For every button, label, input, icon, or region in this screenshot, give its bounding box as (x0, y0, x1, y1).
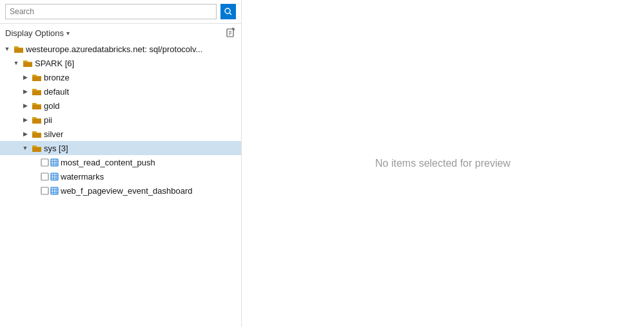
bronze-label: bronze (44, 73, 70, 82)
display-options-bar: Display Options ▾ (0, 24, 241, 41)
default-label: default (44, 87, 69, 97)
svg-point-0 (225, 8, 230, 14)
folder-icon (32, 86, 42, 97)
folder-icon (23, 58, 33, 68)
folder-icon (32, 129, 42, 139)
toggle-icon: ▼ (12, 59, 21, 68)
tree-item-sys[interactable]: ▼ sys [3] (0, 141, 241, 155)
tree-item-gold[interactable]: ▶ gold (0, 98, 241, 113)
tree: ▼ westeurope.azuredatabricks.net: sql/pr… (0, 41, 241, 327)
preview-empty-message: No items selected for preview (375, 158, 511, 169)
folder-icon (32, 100, 42, 111)
svg-rect-8 (51, 159, 58, 166)
tree-item-most-read[interactable]: most_read_content_push (0, 155, 241, 169)
search-bar (0, 0, 241, 24)
search-button[interactable] (220, 4, 236, 19)
spark-label: SPARK [6] (35, 59, 74, 68)
toggle-icon: ▼ (3, 44, 12, 53)
preview-panel: No items selected for preview (242, 0, 644, 327)
svg-rect-19 (41, 187, 48, 194)
pii-label: pii (44, 115, 52, 125)
toggle-spacer (30, 158, 39, 167)
refresh-icon (226, 28, 236, 38)
tree-item-bronze[interactable]: ▶ bronze (0, 70, 241, 84)
chevron-down-icon: ▾ (66, 30, 70, 37)
folder-icon (32, 143, 42, 153)
left-panel: Display Options ▾ ▼ weste (0, 0, 242, 327)
tree-item-pii[interactable]: ▶ pii (0, 113, 241, 127)
toggle-icon: ▶ (21, 101, 30, 110)
root-label: westeurope.azuredatabricks.net: sql/prot… (26, 44, 202, 54)
search-input[interactable] (5, 4, 217, 19)
tree-item-watermarks[interactable]: watermarks (0, 169, 241, 183)
display-options-label: Display Options (5, 28, 64, 38)
folder-icon (14, 44, 24, 54)
tree-item-root[interactable]: ▼ westeurope.azuredatabricks.net: sql/pr… (0, 42, 241, 56)
svg-rect-20 (51, 187, 58, 194)
checkbox-icon (41, 173, 49, 181)
toggle-icon: ▶ (21, 115, 30, 124)
search-icon (224, 8, 232, 15)
table-grid-icon (50, 158, 59, 167)
tree-item-spark[interactable]: ▼ SPARK [6] (0, 56, 241, 70)
tree-item-silver[interactable]: ▶ silver (0, 127, 241, 141)
toggle-icon: ▶ (21, 73, 30, 82)
table-type-icons (41, 173, 59, 181)
watermarks-label: watermarks (61, 172, 104, 182)
silver-label: silver (44, 129, 63, 139)
gold-label: gold (44, 101, 60, 111)
most-read-label: most_read_content_push (61, 158, 155, 167)
folder-icon (32, 72, 42, 82)
svg-rect-7 (41, 159, 48, 166)
toggle-icon: ▶ (21, 87, 30, 96)
pageview-label: web_f_pageview_event_dashboard (61, 186, 193, 196)
table-grid-icon (50, 187, 59, 195)
tree-item-pageview[interactable]: web_f_pageview_event_dashboard (0, 183, 241, 198)
checkbox-icon (41, 187, 49, 195)
toggle-spacer (30, 186, 39, 195)
tree-item-default[interactable]: ▶ default (0, 84, 241, 98)
checkbox-icon (41, 158, 49, 167)
table-type-icons (41, 158, 59, 167)
folder-icon (32, 115, 42, 125)
table-grid-icon (50, 173, 59, 181)
svg-rect-13 (41, 173, 48, 180)
toggle-spacer (30, 172, 39, 181)
toggle-icon: ▼ (21, 144, 30, 153)
toggle-icon: ▶ (21, 129, 30, 138)
svg-line-1 (229, 13, 231, 15)
display-options-button[interactable]: Display Options ▾ (5, 28, 70, 38)
refresh-button[interactable] (226, 28, 236, 38)
svg-rect-14 (51, 173, 58, 180)
table-type-icons (41, 187, 59, 195)
sys-label: sys [3] (44, 144, 68, 153)
